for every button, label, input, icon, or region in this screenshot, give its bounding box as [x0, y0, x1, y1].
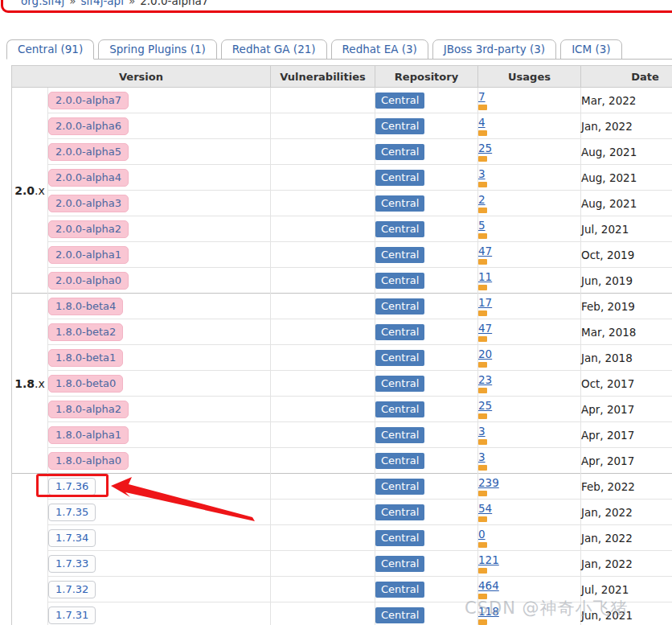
- usages-count-link[interactable]: 47: [478, 323, 492, 334]
- date-cell: Mar, 2022: [581, 88, 672, 113]
- tab-redhat-ga-21[interactable]: Redhat GA (21): [221, 39, 327, 60]
- repository-badge[interactable]: Central: [375, 221, 424, 237]
- repository-badge[interactable]: Central: [375, 582, 424, 598]
- vulnerabilities-cell: [271, 242, 375, 268]
- vulnerabilities-cell: [271, 113, 375, 139]
- version-link[interactable]: 1.8.0-beta2: [48, 323, 123, 341]
- date-cell: Apr, 2017: [581, 422, 672, 448]
- date-cell: Jan, 2022: [581, 525, 672, 551]
- version-link[interactable]: 1.8.0-beta0: [48, 375, 123, 393]
- version-link[interactable]: 2.0.0-alpha0: [48, 272, 129, 290]
- usages-count-link[interactable]: 3: [478, 452, 486, 463]
- breadcrumb-link[interactable]: slf4j-api: [81, 0, 124, 7]
- usages-count-link[interactable]: 47: [478, 246, 492, 257]
- repository-badge[interactable]: Central: [375, 247, 424, 263]
- repository-badge[interactable]: Central: [375, 273, 424, 289]
- version-link[interactable]: 1.8.0-alpha2: [48, 401, 129, 418]
- version-link[interactable]: 1.7.33: [48, 555, 96, 573]
- vulnerabilities-cell: [271, 397, 375, 422]
- usage-bar-icon: [478, 259, 487, 265]
- repository-badge[interactable]: Central: [375, 324, 424, 340]
- repository-badge[interactable]: Central: [375, 504, 424, 520]
- date-cell: Jan, 2022: [581, 551, 672, 577]
- repository-badge[interactable]: Central: [375, 93, 424, 109]
- version-link[interactable]: 1.7.35: [48, 504, 96, 521]
- usages-count-link[interactable]: 17: [478, 298, 492, 308]
- version-link[interactable]: 2.0.0-alpha3: [48, 195, 129, 212]
- usages-count-link[interactable]: 23: [478, 375, 492, 385]
- table-row: 1.7.32Central464Jul, 2021: [12, 577, 672, 602]
- tab-jboss-3rd-party-3[interactable]: JBoss 3rd-party (3): [432, 39, 556, 60]
- usages-count-link[interactable]: 3: [478, 169, 486, 179]
- usages-count-link[interactable]: 121: [478, 555, 499, 565]
- usages-count-link[interactable]: 2: [478, 195, 486, 205]
- date-cell: Jan, 2022: [581, 500, 672, 525]
- version-link[interactable]: 1.8.0-beta4: [48, 298, 123, 315]
- usage-bar-icon: [478, 362, 487, 368]
- usages-count-link[interactable]: 5: [478, 220, 486, 231]
- usages-count-link[interactable]: 20: [478, 349, 492, 360]
- version-link-highlighted[interactable]: 1.7.36: [48, 478, 96, 495]
- usages-count-link[interactable]: 7: [478, 92, 486, 102]
- repository-badge[interactable]: Central: [375, 427, 424, 443]
- repository-badge[interactable]: Central: [375, 453, 424, 469]
- version-link[interactable]: 2.0.0-alpha5: [48, 143, 129, 161]
- usage-bar-icon: [478, 413, 487, 419]
- version-link[interactable]: 2.0.0-alpha4: [48, 169, 129, 187]
- tab-redhat-ea-3[interactable]: Redhat EA (3): [331, 39, 428, 60]
- usage-bar-icon: [478, 208, 487, 213]
- tab-icm-3[interactable]: ICM (3): [560, 39, 621, 60]
- usages-count-link[interactable]: 118: [478, 606, 499, 617]
- version-link[interactable]: 2.0.0-alpha7: [48, 92, 129, 109]
- vulnerabilities-cell: [271, 551, 375, 577]
- table-row: 1.8.0-alpha2Central25Apr, 2017: [12, 397, 672, 422]
- usage-bar-icon: [478, 439, 487, 445]
- usages-count-link[interactable]: 25: [478, 143, 492, 154]
- vulnerabilities-cell: [271, 268, 375, 294]
- usage-bar-icon: [478, 130, 487, 136]
- breadcrumb-link[interactable]: org.slf4j: [21, 0, 64, 7]
- date-cell: Aug, 2021: [581, 165, 672, 191]
- version-link[interactable]: 2.0.0-alpha2: [48, 220, 129, 238]
- date-cell: Feb, 2022: [581, 474, 672, 500]
- repository-badge[interactable]: Central: [375, 401, 424, 417]
- repository-badge[interactable]: Central: [375, 530, 424, 546]
- repository-badge[interactable]: Central: [375, 556, 424, 572]
- annotation-red-box-top: org.slf4j»slf4j-api»2.0.0-alpha7: [1, 0, 672, 13]
- repository-badge[interactable]: Central: [375, 170, 424, 186]
- version-link[interactable]: 1.8.0-alpha1: [48, 426, 129, 444]
- repository-badge[interactable]: Central: [375, 376, 424, 392]
- version-link[interactable]: 1.7.31: [48, 606, 96, 624]
- repository-badge[interactable]: Central: [375, 607, 424, 623]
- repository-badge[interactable]: Central: [375, 118, 424, 134]
- tab-spring-plugins-1[interactable]: Spring Plugins (1): [98, 39, 217, 60]
- versions-table: Version Vulnerabilities Repository Usage…: [11, 65, 672, 625]
- version-link[interactable]: 2.0.0-alpha6: [48, 117, 129, 135]
- repository-badge[interactable]: Central: [375, 350, 424, 366]
- usages-count-link[interactable]: 0: [478, 529, 486, 540]
- usages-count-link[interactable]: 54: [478, 504, 492, 514]
- usages-count-link[interactable]: 3: [478, 426, 486, 437]
- usages-count-link[interactable]: 11: [478, 272, 492, 282]
- date-cell: Jun, 2019: [581, 268, 672, 294]
- date-cell: Jul, 2021: [581, 577, 672, 602]
- version-link[interactable]: 1.8.0-alpha0: [48, 452, 129, 470]
- repository-badge[interactable]: Central: [375, 195, 424, 212]
- usages-count-link[interactable]: 25: [478, 401, 492, 411]
- date-cell: Aug, 2021: [581, 139, 672, 165]
- version-link[interactable]: 1.7.34: [48, 529, 96, 547]
- tab-central-91[interactable]: Central (91): [6, 39, 94, 60]
- version-link[interactable]: 1.8.0-beta1: [48, 349, 123, 367]
- version-link[interactable]: 1.7.32: [48, 581, 96, 598]
- repository-badge[interactable]: Central: [375, 479, 424, 495]
- usages-count-link[interactable]: 464: [478, 581, 499, 591]
- table-row: 2.0.0-alpha3Central2Aug, 2021: [12, 191, 672, 216]
- vulnerabilities-cell: [271, 525, 375, 551]
- repository-badge[interactable]: Central: [375, 144, 424, 160]
- repository-badge[interactable]: Central: [375, 298, 424, 315]
- usages-count-link[interactable]: 239: [478, 478, 499, 488]
- table-row: 1.7.31Central118Jun, 2021: [12, 602, 672, 625]
- version-link[interactable]: 2.0.0-alpha1: [48, 246, 129, 264]
- usages-count-link[interactable]: 4: [478, 117, 486, 128]
- usage-bar-icon: [478, 491, 487, 496]
